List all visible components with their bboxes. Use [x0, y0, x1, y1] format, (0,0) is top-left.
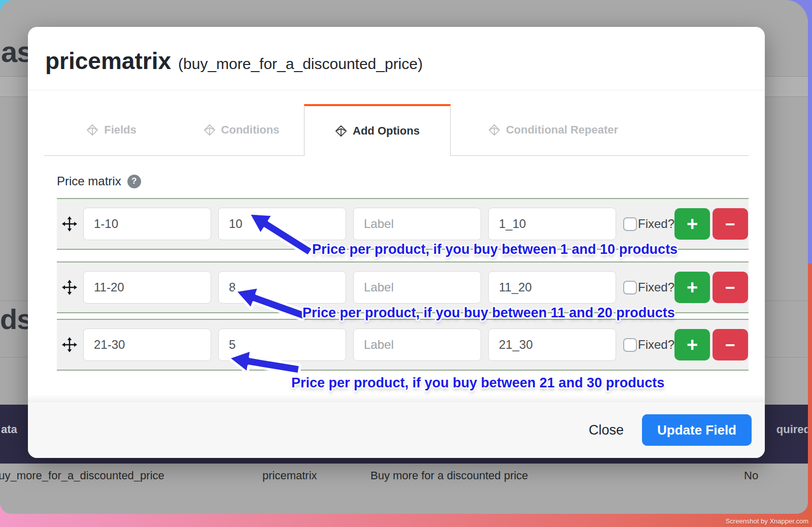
remove-row-button[interactable]: − [713, 329, 748, 360]
modal-subtitle: (buy_more_for_a_discounted_price) [178, 55, 423, 72]
background-cell-type: pricematrix [262, 469, 317, 482]
fixed-checkbox[interactable] [623, 338, 637, 352]
fixed-checkbox[interactable] [623, 217, 637, 231]
row-buttons: + − [674, 272, 748, 303]
key-input[interactable] [488, 328, 616, 361]
background-table-row: buy_more_for_a_discounted_price pricemat… [0, 469, 808, 484]
background-heading-fragment: ds [0, 303, 32, 336]
tab-fields[interactable]: Fields [44, 104, 179, 156]
pricematrix-modal: pricematrix(buy_more_for_a_discounted_pr… [28, 27, 765, 458]
update-field-button[interactable]: Update Field [642, 414, 752, 446]
fixed-checkbox[interactable] [623, 281, 637, 294]
tab-bar: Fields Conditions Add Options [44, 104, 749, 156]
add-row-button[interactable]: + [674, 208, 710, 240]
tab-label: Conditions [221, 123, 280, 137]
price-matrix-row: Fixed? + − [57, 319, 749, 371]
range-input[interactable] [83, 328, 211, 361]
background-table-header-left: ata [1, 423, 17, 436]
fixed-option: Fixed? [623, 217, 674, 231]
tab-conditional-repeater[interactable]: Conditional Repeater [451, 104, 656, 156]
background-table-header-right: quired [776, 423, 808, 436]
fixed-option: Fixed? [623, 338, 674, 352]
close-button[interactable]: Close [589, 422, 624, 438]
annotation-text-3: Price per product, if you buy between 21… [291, 375, 664, 391]
tab-add-options[interactable]: Add Options [304, 104, 451, 156]
price-input[interactable] [218, 271, 346, 304]
price-matrix-section-label: Price matrix ? [57, 173, 765, 190]
move-icon[interactable] [62, 337, 77, 352]
range-input[interactable] [83, 208, 211, 240]
tab-label: Fields [104, 123, 137, 137]
box-icon [488, 124, 500, 136]
remove-row-button[interactable]: − [713, 272, 748, 303]
footer-fade [28, 394, 765, 402]
key-input[interactable] [488, 271, 616, 304]
remove-row-button[interactable]: − [713, 208, 748, 240]
fixed-label: Fixed? [638, 217, 674, 231]
tab-label: Conditional Repeater [506, 123, 618, 137]
annotation-text-2: Price per product, if you buy between 11… [302, 305, 675, 321]
tab-conditions[interactable]: Conditions [179, 104, 304, 156]
price-input[interactable] [218, 328, 346, 361]
modal-footer: Close Update Field [28, 402, 765, 458]
watermark: Screenshot by Xnapper.com [726, 517, 808, 525]
tab-label: Add Options [353, 124, 420, 138]
background-cell-required: No [744, 469, 758, 482]
key-input[interactable] [488, 208, 616, 240]
modal-header: pricematrix(buy_more_for_a_discounted_pr… [28, 27, 765, 90]
price-input[interactable] [218, 208, 346, 240]
background-cell-name: buy_more_for_a_discounted_price [0, 469, 164, 482]
move-icon[interactable] [62, 280, 77, 295]
box-icon [86, 124, 98, 136]
annotation-text-1: Price per product, if you buy between 1 … [312, 242, 678, 257]
fixed-label: Fixed? [638, 338, 674, 352]
add-row-button[interactable]: + [674, 329, 710, 360]
box-icon [335, 125, 347, 137]
label-input[interactable] [353, 208, 481, 240]
price-matrix-label: Price matrix [57, 174, 121, 188]
move-icon[interactable] [62, 216, 77, 232]
row-buttons: + − [674, 329, 748, 360]
fixed-option: Fixed? [623, 280, 674, 294]
row-buttons: + − [674, 208, 748, 240]
background-cell-label: Buy more for a discounted price [370, 469, 528, 482]
range-input[interactable] [83, 271, 211, 304]
tab-bar-filler [656, 104, 749, 156]
modal-title: pricematrix [45, 48, 171, 74]
screenshot-stage: as ds ata quired buy_more_for_a_discount… [0, 0, 812, 527]
price-matrix-rows: Fixed? + − [57, 198, 749, 371]
help-icon[interactable]: ? [127, 175, 141, 188]
box-icon [204, 124, 216, 136]
label-input[interactable] [353, 271, 481, 304]
label-input[interactable] [353, 328, 481, 361]
add-row-button[interactable]: + [674, 272, 710, 303]
fixed-label: Fixed? [638, 280, 674, 294]
